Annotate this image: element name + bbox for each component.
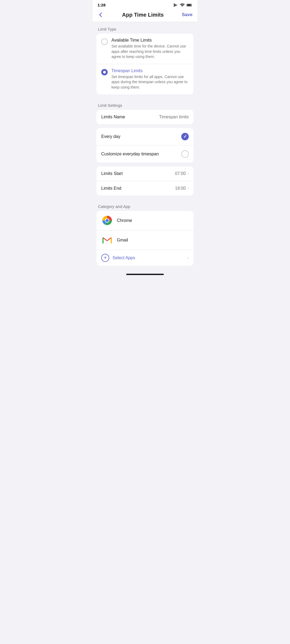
customize-option[interactable]: Customize everyday timespan xyxy=(96,145,194,163)
category-app-section-label: Category and App xyxy=(93,199,197,211)
limits-start-row[interactable]: Limits Start 07:00 › xyxy=(96,166,194,181)
limits-name-row: Limits Name Timespan limits xyxy=(96,110,194,124)
customize-check[interactable] xyxy=(181,150,189,158)
available-title: Available Time Limits xyxy=(111,38,189,43)
timespan-radio[interactable] xyxy=(101,69,108,75)
battery-icon xyxy=(187,3,193,7)
limits-name-card: Limits Name Timespan limits xyxy=(96,110,194,124)
limit-type-card: Available Time Limits Set available time… xyxy=(96,34,194,94)
available-desc: Set available time for the device. Canno… xyxy=(111,44,189,60)
save-button[interactable]: Save xyxy=(182,12,193,17)
home-indicator xyxy=(126,274,164,275)
limits-end-row[interactable]: Limits End 18:00 › xyxy=(96,181,194,196)
timespan-desc: Set timespan limits for all apps. Cannot… xyxy=(111,74,189,90)
every-day-option[interactable]: Every day xyxy=(96,128,194,145)
svg-marker-0 xyxy=(174,3,177,7)
available-text: Available Time Limits Set available time… xyxy=(111,38,189,60)
chrome-name: Chrome xyxy=(117,218,132,223)
chrome-icon xyxy=(101,215,113,226)
page-title: App Time Limits xyxy=(122,12,164,18)
wifi-icon xyxy=(180,3,185,7)
limit-settings-section-label: Limit Settings xyxy=(93,98,197,110)
select-apps-row[interactable]: + Select Apps › xyxy=(96,250,194,266)
timespan-limits-option[interactable]: Timespan Limits Set timespan limits for … xyxy=(96,64,194,94)
limits-name-value: Timespan limits xyxy=(159,115,189,119)
limits-end-value: 18:00 xyxy=(175,186,186,191)
limits-name-label: Limits Name xyxy=(101,115,125,119)
limits-start-label: Limits Start xyxy=(101,171,123,176)
limit-type-section-label: Limit Type xyxy=(93,22,197,34)
play-icon xyxy=(173,3,178,7)
every-day-label: Every day xyxy=(101,134,120,139)
gmail-name: Gmail xyxy=(117,238,128,243)
select-apps-chevron: › xyxy=(187,255,189,260)
select-apps-label: Select Apps xyxy=(113,255,184,260)
timespan-title: Timespan Limits xyxy=(111,68,189,73)
limits-end-value-group: 18:00 › xyxy=(175,186,189,191)
customize-label: Customize everyday timespan xyxy=(101,152,159,156)
add-icon: + xyxy=(101,254,109,262)
svg-rect-2 xyxy=(187,4,191,6)
status-bar: 1:28 xyxy=(93,0,197,9)
available-radio[interactable] xyxy=(101,38,108,45)
back-button[interactable] xyxy=(97,12,104,18)
schedule-card: Every day Customize everyday timespan xyxy=(96,128,194,163)
available-time-limits-option[interactable]: Available Time Limits Set available time… xyxy=(96,34,194,64)
top-nav: App Time Limits Save xyxy=(93,9,197,22)
limits-end-label: Limits End xyxy=(101,186,121,191)
gmail-icon xyxy=(101,234,113,246)
status-icons xyxy=(173,3,193,7)
limits-start-value-group: 07:00 › xyxy=(175,171,189,176)
home-indicator-area xyxy=(93,269,197,277)
limits-end-chevron: › xyxy=(187,186,189,191)
gmail-app-row: Gmail xyxy=(96,230,194,250)
apps-card: Chrome xyxy=(96,211,194,266)
chrome-app-row: Chrome xyxy=(96,211,194,230)
time-card: Limits Start 07:00 › Limits End 18:00 › xyxy=(96,166,194,196)
every-day-check[interactable] xyxy=(181,133,189,140)
timespan-text: Timespan Limits Set timespan limits for … xyxy=(111,68,189,90)
limits-start-chevron: › xyxy=(187,171,189,176)
status-time: 1:28 xyxy=(97,3,106,7)
limits-start-value: 07:00 xyxy=(175,171,186,176)
svg-point-6 xyxy=(106,219,109,222)
